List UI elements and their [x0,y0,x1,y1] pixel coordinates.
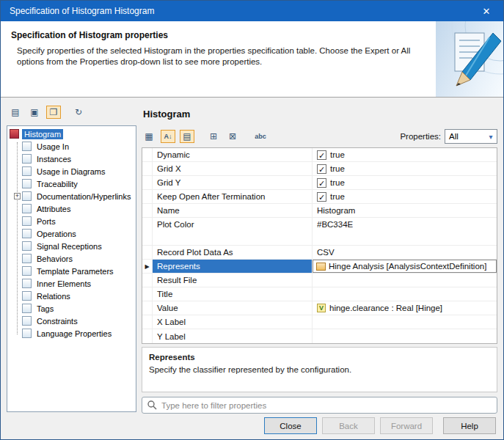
value-property-icon: V [317,304,326,312]
element-icon [22,216,32,226]
property-value: ✓true [313,162,497,175]
spec-tree[interactable]: HistogramUsage InInstancesUsage in Diagr… [7,125,136,412]
tree-item-usage-in[interactable]: Usage In [7,140,136,153]
tree-item-instances[interactable]: Instances [7,153,136,165]
row-margin [142,329,153,343]
checkbox-label: true [330,192,345,201]
property-value [313,287,497,301]
tree-item-signal-receptions[interactable]: Signal Receptions [7,240,136,252]
property-name: Title [153,287,313,301]
element-icon [22,329,32,338]
properties-mode-dropdown[interactable]: All ▾ [445,129,497,144]
tree-item-traceability[interactable]: Traceability [7,177,136,190]
checkbox-checked-icon[interactable]: ✓ [317,150,326,160]
property-value: Vhinge.clearance : Real [Hinge] [313,301,497,315]
tree-item-ports[interactable]: Ports [7,215,136,227]
compartments-view-icon[interactable]: ❐ [46,106,61,119]
element-value-editor[interactable]: Hinge Analysis [AnalysisContextDefinitio… [313,260,497,273]
property-name: Name [153,204,313,217]
property-row-x-label[interactable]: X Label [142,315,497,329]
property-row-keep-open-after-termination[interactable]: Keep Open After Termination✓true [142,190,497,204]
property-name: Y Label [153,329,313,343]
expand-toggle-icon[interactable]: + [14,193,21,199]
row-margin [142,162,153,175]
row-margin [142,315,153,329]
back-button: Back [322,417,375,434]
property-row-represents[interactable]: ▶RepresentsHinge Analysis [AnalysisConte… [142,260,497,274]
chevron-down-icon: ▾ [485,133,497,141]
help-button[interactable]: Help [443,417,496,434]
tree-item-language-properties[interactable]: Language Properties [7,327,136,340]
tree-item-label: Histogram [22,129,63,139]
property-value [313,329,497,343]
property-row-dynamic[interactable]: Dynamic✓true [142,148,497,162]
customize-icon[interactable]: abc [253,130,268,143]
element-icon [22,154,32,164]
tree-item-behaviors[interactable]: Behaviors [7,252,136,265]
property-row-grid-y[interactable]: Grid Y✓true [142,176,497,190]
property-row-result-file[interactable]: Result File [142,274,497,287]
tree-view-icon[interactable]: ▣ [27,106,42,119]
property-name: Keep Open After Termination [153,190,313,203]
filter-input[interactable] [142,397,497,414]
tree-item-label: Tags [34,304,56,314]
tree-item-documentation-hyperlinks[interactable]: +Documentation/Hyperlinks [7,190,136,202]
button-row: CloseBackForwardHelp [264,417,496,434]
sort-alphabetically-icon[interactable]: A↓ [161,130,175,143]
dialog-header: Specification of Histogram properties Sp… [1,21,503,98]
tree-item-relations[interactable]: Relations [7,290,136,302]
grid-view-icon[interactable]: ▤ [8,106,23,119]
property-row-title[interactable]: Title [142,287,497,301]
tree-item-attributes[interactable]: Attributes [7,202,136,215]
element-icon [22,254,32,263]
tree-item-constraints[interactable]: Constraints [7,315,136,327]
histogram-icon [10,129,19,139]
forward-button: Forward [380,417,433,434]
tree-item-usage-in-diagrams[interactable]: Usage in Diagrams [7,165,136,177]
tree-item-label: Language Properties [34,329,114,339]
tree-item-label: Relations [34,291,73,301]
categorized-view-icon[interactable]: ▦ [142,130,156,143]
collapse-all-icon[interactable]: ⊠ [225,130,240,143]
property-description-panel: Represents Specify the classifier repres… [142,347,497,392]
tree-item-label: Inner Elements [34,279,93,289]
specification-dialog: Specification of Histogram Histogram ✕ S… [0,0,504,440]
property-row-y-label[interactable]: Y Label [142,329,497,343]
checkbox-checked-icon[interactable]: ✓ [317,178,326,188]
refresh-icon[interactable]: ↻ [71,106,86,119]
tree-item-histogram[interactable]: Histogram [7,128,136,140]
checkbox-checked-icon[interactable]: ✓ [317,164,326,174]
property-row-grid-x[interactable]: Grid X✓true [142,162,497,176]
row-margin [142,287,153,301]
property-value [313,315,497,329]
value-text: Histogram [317,206,355,215]
close-icon[interactable]: ✕ [470,1,503,21]
props-toolbar-icons: ▦A↓▤⊞⊠abc [142,130,400,143]
properties-dropdown-label: Properties: [400,132,441,141]
header-title: Specification of Histogram properties [11,30,168,40]
element-icon [22,279,32,288]
tree-item-tags[interactable]: Tags [7,302,136,315]
titlebar[interactable]: Specification of Histogram Histogram ✕ [1,1,503,21]
property-row-name[interactable]: NameHistogram [142,204,497,218]
tree-item-inner-elements[interactable]: Inner Elements [7,277,136,290]
header-illustration [436,21,503,97]
analysis-context-icon [316,263,326,271]
property-row-value[interactable]: ValueVhinge.clearance : Real [Hinge] [142,301,497,315]
checkbox-checked-icon[interactable]: ✓ [317,192,326,202]
property-row-plot-color[interactable]: Plot Color#BC334E [142,218,497,246]
tree-item-operations[interactable]: Operations [7,227,136,240]
close-dialog-button[interactable]: Close [264,417,317,434]
row-margin [142,204,153,217]
properties-table: Dynamic✓trueGrid X✓trueGrid Y✓trueKeep O… [142,147,497,344]
search-icon [147,400,157,410]
expert-mode-icon[interactable]: ▤ [180,130,194,143]
filter-area [142,397,497,414]
row-margin [142,274,153,287]
description-title: Represents [149,353,490,362]
element-icon [22,291,32,301]
expand-all-icon[interactable]: ⊞ [206,130,221,143]
property-row-record-plot-data-as[interactable]: Record Plot Data AsCSV [142,246,497,260]
tree-item-template-parameters[interactable]: Template Parameters [7,265,136,277]
property-name: Plot Color [153,218,313,245]
